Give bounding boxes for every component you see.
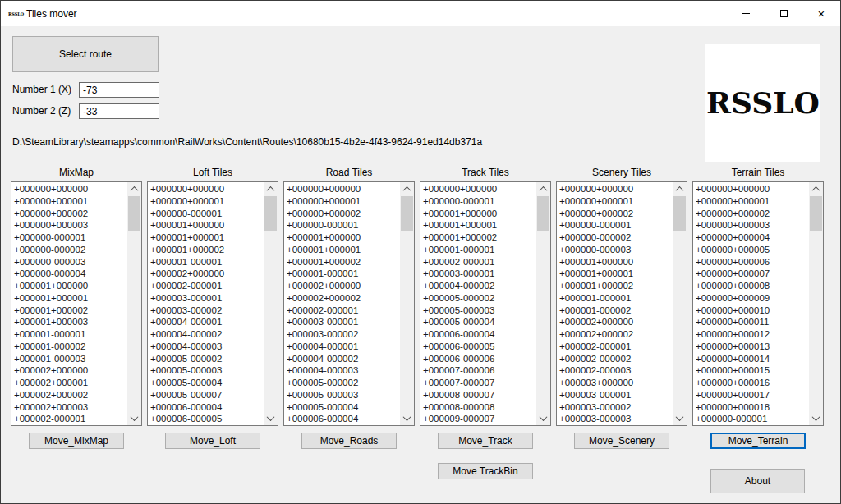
roads-scrollbar[interactable]	[400, 182, 414, 425]
tile-list-item[interactable]: +000001-000001	[284, 268, 400, 280]
scrollbar-thumb[interactable]	[264, 196, 277, 231]
tile-list-item[interactable]: +000004-000003	[284, 364, 400, 377]
tile-list-item[interactable]: +000000+000018	[693, 401, 809, 414]
tile-list-item[interactable]: +000001-000001	[11, 328, 127, 341]
tile-list-item[interactable]: +000002+000002	[557, 328, 673, 341]
tile-list-item[interactable]: +000000-000001	[11, 231, 127, 244]
tile-list-item[interactable]: +000000+000001	[148, 195, 264, 208]
scroll-up-icon[interactable]	[127, 182, 141, 196]
tile-list-item[interactable]: +000000+000006	[693, 256, 809, 268]
tile-list-item[interactable]: +000002+000000	[11, 364, 127, 377]
tile-list-item[interactable]: +000000-000002	[557, 231, 673, 244]
tile-list-item[interactable]: +000005-000003	[420, 305, 536, 317]
tile-list-item[interactable]: +000003-000003	[557, 413, 673, 425]
tile-list-item[interactable]: +000003-000002	[148, 305, 264, 317]
tile-list-item[interactable]: +000001+000001	[557, 268, 673, 280]
tile-list-item[interactable]: +000000+000010	[693, 305, 809, 317]
roads-listbox[interactable]: +000000+000000+000000+000001+000000+0000…	[283, 181, 415, 426]
tile-list-item[interactable]: +000000+000014	[693, 353, 809, 365]
tile-list-item[interactable]: +000002+000002	[284, 292, 400, 305]
tile-list-item[interactable]: +000002-000002	[557, 353, 673, 365]
scrollbar-thumb[interactable]	[673, 196, 686, 231]
tile-list-item[interactable]: +000004-000002	[420, 280, 536, 292]
tile-list-item[interactable]: +000001+000001	[420, 219, 536, 231]
tile-list-item[interactable]: +000000+000000	[148, 183, 264, 195]
tile-list-item[interactable]: +000002+000003	[11, 401, 127, 414]
tile-list-item[interactable]: +000001+000002	[11, 305, 127, 317]
tile-list-item[interactable]: +000000+000013	[693, 341, 809, 353]
tile-list-item[interactable]: +000002+000000	[557, 316, 673, 328]
mixmap-scrollbar[interactable]	[127, 182, 141, 425]
scroll-up-icon[interactable]	[809, 182, 823, 196]
terrain-listbox[interactable]: +000000+000000+000000+000001+000000+0000…	[692, 181, 824, 426]
tile-list-item[interactable]: +000000+000003	[693, 219, 809, 231]
tile-list-item[interactable]: +000001+000003	[11, 316, 127, 328]
tile-list-item[interactable]: +000007-000007	[420, 377, 536, 389]
tile-list-item[interactable]: +000000-000001	[284, 219, 400, 231]
tile-list-item[interactable]: +000001+000000	[284, 231, 400, 244]
tile-list-item[interactable]: +000002-000001	[11, 413, 127, 425]
tile-list-item[interactable]: +000005-000002	[420, 292, 536, 305]
tile-list-item[interactable]: +000002-000003	[557, 364, 673, 377]
tile-list-item[interactable]: +000004-000001	[148, 316, 264, 328]
tile-list-item[interactable]: +000005-000002	[284, 377, 400, 389]
tile-list-item[interactable]: +000000-000002	[11, 244, 127, 256]
loft-scrollbar[interactable]	[264, 182, 278, 425]
scroll-up-icon[interactable]	[536, 182, 550, 196]
scroll-up-icon[interactable]	[673, 182, 687, 196]
tile-list-item[interactable]: +000009-000007	[420, 413, 536, 425]
tile-list-item[interactable]: +000006-000004	[148, 401, 264, 414]
scroll-down-icon[interactable]	[536, 411, 550, 425]
tile-list-item[interactable]: +000000+000012	[693, 328, 809, 341]
number1-input[interactable]	[79, 82, 159, 98]
tile-list-item[interactable]: +000000-000001	[693, 413, 809, 425]
tile-list-item[interactable]: +000000+000002	[693, 208, 809, 220]
tile-list-item[interactable]: +000002-000001	[148, 280, 264, 292]
scroll-up-icon[interactable]	[400, 182, 414, 196]
tile-list-item[interactable]: +000005-000003	[148, 364, 264, 377]
move-mixmap-button[interactable]: Move_MixMap	[29, 433, 124, 449]
tile-list-item[interactable]: +000000+000001	[693, 195, 809, 208]
tile-list-item[interactable]: +000004-000002	[284, 353, 400, 365]
tile-list-item[interactable]: +000002+000002	[11, 389, 127, 401]
loft-listbox[interactable]: +000000+000000+000000+000001+000000-0000…	[147, 181, 278, 426]
tile-list-item[interactable]: +000003-000002	[284, 328, 400, 341]
tile-list-item[interactable]: +000000+000009	[693, 292, 809, 305]
tile-list-item[interactable]: +000000+000007	[693, 268, 809, 280]
tile-list-item[interactable]: +000004-000003	[148, 341, 264, 353]
tile-list-item[interactable]: +000001-000001	[420, 244, 536, 256]
tile-list-item[interactable]: +000002+000001	[11, 377, 127, 389]
tile-list-item[interactable]: +000005-000004	[284, 401, 400, 414]
tile-list-item[interactable]: +000005-000004	[148, 377, 264, 389]
tile-list-item[interactable]: +000001-000001	[557, 292, 673, 305]
tile-list-item[interactable]: +000001+000001	[284, 244, 400, 256]
scenery-scrollbar[interactable]	[673, 182, 687, 425]
tile-list-item[interactable]: +000000+000001	[11, 195, 127, 208]
tile-list-item[interactable]: +000003-000002	[557, 401, 673, 414]
tile-list-item[interactable]: +000003+000000	[557, 377, 673, 389]
tile-list-item[interactable]: +000001+000002	[284, 256, 400, 268]
tile-list-item[interactable]: +000001+000002	[148, 244, 264, 256]
tile-list-item[interactable]: +000005-000002	[148, 353, 264, 365]
minimize-button[interactable]	[727, 1, 765, 26]
scrollbar-thumb[interactable]	[401, 196, 413, 231]
tile-list-item[interactable]: +000006-000004	[284, 413, 400, 425]
tile-list-item[interactable]: +000001-000002	[11, 341, 127, 353]
tile-list-item[interactable]: +000000+000011	[693, 316, 809, 328]
maximize-button[interactable]	[765, 1, 802, 26]
tile-list-item[interactable]: +000003-000001	[148, 292, 264, 305]
select-route-button[interactable]: Select route	[12, 36, 159, 72]
tile-list-item[interactable]: +000003-000001	[420, 268, 536, 280]
tile-list-item[interactable]: +000000+000008	[693, 280, 809, 292]
tile-list-item[interactable]: +000000+000017	[693, 389, 809, 401]
tile-list-item[interactable]: +000005-000003	[284, 389, 400, 401]
scroll-down-icon[interactable]	[400, 411, 414, 425]
tile-list-item[interactable]: +000008-000007	[420, 389, 536, 401]
tile-list-item[interactable]: +000001+000002	[557, 280, 673, 292]
tile-list-item[interactable]: +000001+000000	[148, 219, 264, 231]
tile-list-item[interactable]: +000000+000002	[284, 208, 400, 220]
tile-list-item[interactable]: +000001-000003	[11, 353, 127, 365]
terrain-scrollbar[interactable]	[809, 182, 823, 425]
tile-list-item[interactable]: +000001+000001	[11, 292, 127, 305]
tile-list-item[interactable]: +000000+000002	[11, 208, 127, 220]
